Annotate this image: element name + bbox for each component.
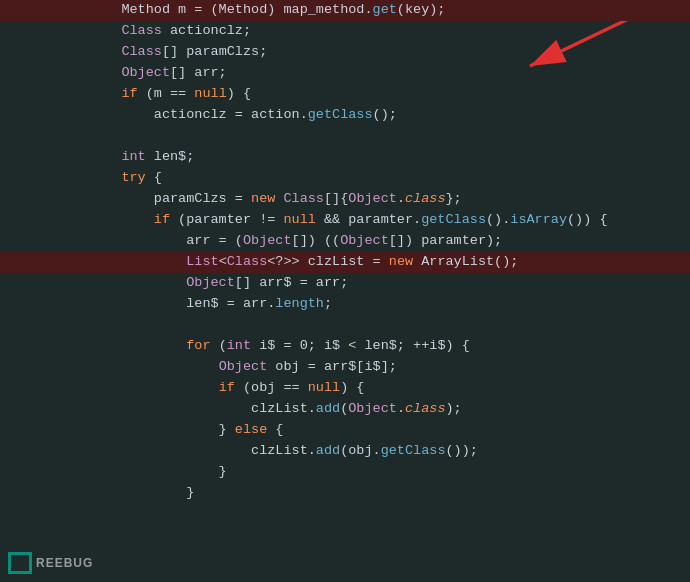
token: if	[219, 380, 235, 395]
code-line: len$ = arr.length;	[0, 294, 690, 315]
token: [] arr;	[170, 65, 227, 80]
code-editor: Method m = (Method) map_method.get(key);…	[0, 0, 690, 582]
token: actionclz = action.	[89, 107, 308, 122]
token: null	[308, 380, 340, 395]
code-line: for (int i$ = 0; i$ < len$; ++i$) {	[0, 336, 690, 357]
code-line: actionclz = action.getClass();	[0, 105, 690, 126]
token: obj = arr$[i$];	[267, 359, 397, 374]
token: new	[251, 191, 275, 206]
token: ) {	[340, 380, 364, 395]
token	[89, 44, 121, 59]
token: Object	[348, 191, 397, 206]
token: new	[389, 254, 413, 269]
code-line: clzList.add(Object.class);	[0, 399, 690, 420]
token: len$;	[146, 149, 195, 164]
token: && paramter.	[316, 212, 421, 227]
token	[89, 170, 121, 185]
token: [] paramClzs;	[162, 44, 267, 59]
line-content: clzList.add(obj.getClass());	[85, 441, 690, 462]
token	[89, 254, 186, 269]
token: (paramter !=	[170, 212, 283, 227]
line-content: Object obj = arr$[i$];	[85, 357, 690, 378]
token: ());	[445, 443, 477, 458]
token: .	[397, 401, 405, 416]
token: getClass	[421, 212, 486, 227]
code-line: Object[] arr$ = arr;	[0, 273, 690, 294]
bracket-left-icon	[8, 552, 20, 574]
code-line: } else {	[0, 420, 690, 441]
token: (m ==	[138, 86, 195, 101]
token: );	[446, 401, 462, 416]
token: get	[373, 2, 397, 17]
token: else	[235, 422, 267, 437]
token: Object	[186, 275, 235, 290]
line-content: }	[85, 483, 690, 504]
code-line: if (m == null) {	[0, 84, 690, 105]
code-line: }	[0, 483, 690, 504]
line-content: Method m = (Method) map_method.get(key);	[85, 0, 690, 21]
token: ().	[486, 212, 510, 227]
code-line: paramClzs = new Class[]{Object.class};	[0, 189, 690, 210]
token: clzList.	[89, 443, 316, 458]
line-content: for (int i$ = 0; i$ < len$; ++i$) {	[85, 336, 690, 357]
code-line: Object[] arr;	[0, 63, 690, 84]
token	[89, 65, 121, 80]
token: int	[121, 149, 145, 164]
token: List	[186, 254, 218, 269]
token: <	[219, 254, 227, 269]
token: getClass	[381, 443, 446, 458]
token: [] arr$ = arr;	[235, 275, 348, 290]
token	[89, 275, 186, 290]
line-content: actionclz = action.getClass();	[85, 105, 690, 126]
line-content: if (obj == null) {	[85, 378, 690, 399]
token: Class	[283, 191, 324, 206]
line-content: } else {	[85, 420, 690, 441]
token: arr = (	[89, 233, 243, 248]
line-content: if (m == null) {	[85, 84, 690, 105]
token: ) {	[227, 86, 251, 101]
code-line: Object obj = arr$[i$];	[0, 357, 690, 378]
token: if	[121, 86, 137, 101]
token: class	[405, 401, 446, 416]
code-line: Class actionclz;	[0, 21, 690, 42]
token: []) ((	[292, 233, 341, 248]
token: clzList.	[89, 401, 316, 416]
token: Method m = (Method) map_method.	[89, 2, 373, 17]
token: {	[267, 422, 283, 437]
code-line: clzList.add(obj.getClass());	[0, 441, 690, 462]
token: Object	[340, 233, 389, 248]
watermark-logo	[8, 552, 32, 574]
token	[89, 359, 219, 374]
token	[89, 338, 186, 353]
token: ()) {	[567, 212, 608, 227]
token	[89, 86, 121, 101]
token: ();	[373, 107, 397, 122]
token: int	[227, 338, 251, 353]
token: []) paramter);	[389, 233, 502, 248]
token: add	[316, 401, 340, 416]
line-content: Class actionclz;	[85, 21, 690, 42]
token: Object	[219, 359, 268, 374]
bracket-right-icon	[20, 552, 32, 574]
token: getClass	[308, 107, 373, 122]
token: }	[89, 464, 227, 479]
code-line	[0, 315, 690, 336]
token: (obj.	[340, 443, 381, 458]
token: length	[275, 296, 324, 311]
token: []{	[324, 191, 348, 206]
token: {	[146, 170, 162, 185]
line-content: clzList.add(Object.class);	[85, 399, 690, 420]
token	[89, 212, 154, 227]
watermark-text: REEBUG	[36, 554, 93, 573]
line-content: arr = (Object[]) ((Object[]) paramter);	[85, 231, 690, 252]
token: Class	[227, 254, 268, 269]
token: ;	[324, 296, 332, 311]
code-line: Method m = (Method) map_method.get(key);	[0, 0, 690, 21]
token: };	[446, 191, 462, 206]
watermark: REEBUG	[8, 552, 93, 574]
token: Object	[121, 65, 170, 80]
line-content: len$ = arr.length;	[85, 294, 690, 315]
code-line: List<Class<?>> clzList = new ArrayList()…	[0, 252, 690, 273]
token: i$ = 0; i$ < len$; ++i$) {	[251, 338, 470, 353]
code-line: if (obj == null) {	[0, 378, 690, 399]
